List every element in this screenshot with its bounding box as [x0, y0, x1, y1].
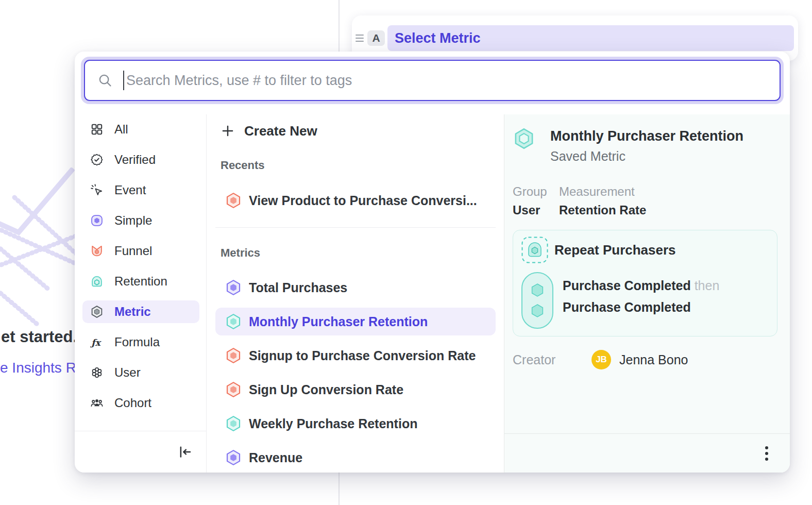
collapse-sidebar-button[interactable] — [177, 444, 193, 460]
svg-text:ƒx: ƒx — [90, 338, 102, 348]
retention-steps-capsule — [521, 272, 553, 329]
metric-list-column: Create New Recents View Product to Purch… — [207, 114, 504, 473]
repeat-purchasers-icon — [521, 237, 548, 263]
sidebar-item-label: Simple — [114, 213, 152, 228]
step1-event: Purchase Completed — [563, 278, 691, 293]
detail-fields: Group User Measurement Retention Rate — [513, 184, 784, 217]
collapse-left-icon — [177, 444, 193, 460]
measurement-label: Measurement — [559, 184, 646, 199]
select-metric-label: Select Metric — [395, 30, 481, 46]
sidebar-item-label: Verified — [114, 153, 156, 167]
create-new-button[interactable]: Create New — [215, 119, 496, 143]
sidebar-item-funnel[interactable]: Funnel — [82, 240, 199, 262]
drag-handle-icon[interactable] — [356, 35, 364, 42]
detail-footer — [504, 433, 790, 473]
purple-metric-hexagon-icon — [225, 279, 242, 296]
list-item-metric[interactable]: Total Purchases — [215, 274, 496, 301]
retention-icon — [90, 275, 104, 288]
sidebar-item-label: Funnel — [114, 244, 152, 258]
list-item-metric[interactable]: Sign Up Conversion Rate — [215, 376, 496, 403]
sidebar-item-label: Formula — [114, 335, 160, 349]
formula-fx-icon: ƒx — [90, 335, 104, 349]
metric-picker-modal: All Verified — [75, 52, 790, 473]
metric-definition-card: Repeat Purchasers — [513, 230, 777, 336]
definition-title: Repeat Purchasers — [554, 242, 676, 258]
sidebar-item-label: Cohort — [114, 396, 151, 410]
sidebar-item-all[interactable]: All — [82, 118, 199, 141]
list-item-metric-selected[interactable]: Monthly Purchaser Retention — [215, 308, 496, 335]
funnel-metric-hexagon-icon — [225, 192, 242, 209]
screen: et started. e Insights Re A Select Metri… — [0, 0, 812, 505]
list-item-label: Monthly Purchaser Retention — [249, 314, 428, 329]
search-input[interactable] — [126, 73, 767, 89]
text-cursor — [123, 71, 124, 90]
sidebar-item-label: All — [114, 122, 128, 137]
create-new-label: Create New — [244, 123, 317, 139]
sidebar-item-retention[interactable]: Retention — [82, 270, 199, 293]
sidebar-item-label: Metric — [114, 305, 151, 319]
sidebar-item-user[interactable]: User — [82, 361, 199, 384]
grid-icon — [90, 123, 104, 136]
saved-metric-hexagon-icon — [513, 127, 535, 150]
list-item-label: Signup to Purchase Conversion Rate — [249, 348, 476, 363]
coral-metric-hexagon-icon — [225, 347, 242, 364]
sidebar-footer — [75, 431, 206, 473]
user-cluster-icon — [90, 366, 104, 379]
avatar: JB — [591, 350, 611, 369]
select-metric-button[interactable]: Select Metric — [387, 25, 794, 51]
metric-detail-panel: Monthly Purchaser Retention Saved Metric… — [504, 114, 790, 473]
list-item-label: Sign Up Conversion Rate — [249, 382, 403, 397]
sidebar-item-verified[interactable]: Verified — [82, 148, 199, 171]
list-divider — [215, 227, 496, 228]
list-item-label: Weekly Purchase Retention — [249, 416, 417, 431]
teal-metric-hexagon-icon — [225, 313, 242, 330]
sidebar-item-label: Retention — [114, 274, 167, 289]
group-label: Group — [513, 184, 559, 199]
search-icon — [97, 73, 113, 88]
search-focus-ring — [81, 57, 784, 104]
list-item-metric[interactable]: Signup to Purchase Conversion Rate — [215, 342, 496, 369]
detail-subtitle: Saved Metric — [550, 149, 743, 164]
creator-name: Jenna Bono — [619, 352, 688, 367]
coral-metric-hexagon-icon — [225, 381, 242, 398]
list-item-metric[interactable]: Revenue — [215, 444, 496, 472]
step-hexagon-icon — [530, 303, 545, 318]
teal-metric-hexagon-icon — [225, 415, 242, 432]
list-item-label: Revenue — [249, 450, 302, 465]
list-item-label: Total Purchases — [249, 280, 347, 295]
measurement-value: Retention Rate — [559, 203, 646, 217]
event-cursor-icon — [90, 183, 104, 197]
step-hexagon-icon — [530, 282, 545, 298]
detail-title: Monthly Purchaser Retention — [550, 127, 743, 144]
more-options-button[interactable] — [762, 443, 771, 464]
creator-row: Creator JB Jenna Bono — [513, 350, 784, 369]
group-value: User — [513, 203, 559, 217]
funnel-icon — [90, 244, 104, 258]
cohort-people-icon — [90, 396, 104, 410]
background-insights-link-fragment[interactable]: e Insights Re — [0, 360, 84, 376]
search-box — [84, 60, 781, 101]
list-item-label: View Product to Purchase Conversi... — [249, 193, 477, 208]
sidebar-item-label: Event — [114, 183, 146, 197]
verified-badge-icon — [90, 153, 104, 166]
step-connector: then — [695, 278, 720, 293]
sidebar-item-simple[interactable]: Simple — [82, 209, 199, 232]
background-heading-fragment: et started. — [1, 328, 77, 346]
sidebar-item-label: User — [114, 365, 141, 380]
list-item-metric[interactable]: Weekly Purchase Retention — [215, 410, 496, 437]
purple-metric-hexagon-icon — [225, 449, 242, 466]
step2-event: Purchase Completed — [563, 300, 691, 314]
detail-header: Monthly Purchaser Retention Saved Metric — [513, 127, 784, 164]
sidebar-item-metric[interactable]: Metric — [82, 300, 199, 323]
metrics-section-label: Metrics — [221, 246, 496, 260]
creator-label: Creator — [513, 352, 591, 367]
recents-section-label: Recents — [221, 159, 496, 172]
sidebar-item-cohort[interactable]: Cohort — [82, 392, 199, 414]
metric-hexagon-icon — [90, 305, 104, 318]
sidebar-item-formula[interactable]: ƒx Formula — [82, 331, 199, 354]
filter-sidebar: All Verified — [75, 114, 207, 473]
plus-icon — [221, 124, 235, 138]
sidebar-item-event[interactable]: Event — [82, 179, 199, 201]
list-item-recent[interactable]: View Product to Purchase Conversi... — [215, 186, 496, 215]
series-a-badge: A — [367, 30, 385, 46]
